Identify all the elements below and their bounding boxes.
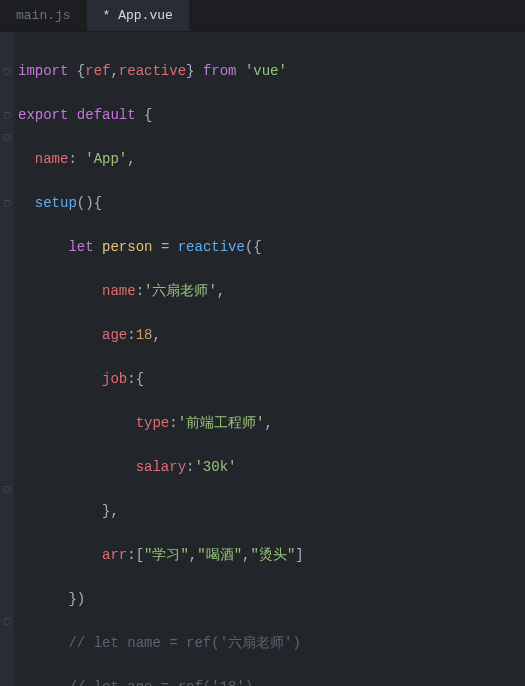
fold-marker[interactable]: ▢ xyxy=(0,60,14,82)
tab-main-js[interactable]: main.js xyxy=(0,0,87,31)
fold-marker[interactable]: ▢ xyxy=(0,478,14,500)
code-area[interactable]: import {ref,reactive} from 'vue' export … xyxy=(14,32,525,686)
fold-marker[interactable]: ▢ xyxy=(0,126,14,148)
fold-marker[interactable]: ▢ xyxy=(0,192,14,214)
tab-app-vue[interactable]: * App.vue xyxy=(87,0,189,31)
editor: ▢ ▢ ▢ ▢ ▢ ▢ import {ref,reactive} from '… xyxy=(0,32,525,686)
tab-bar: main.js * App.vue xyxy=(0,0,525,32)
fold-gutter: ▢ ▢ ▢ ▢ ▢ ▢ xyxy=(0,32,14,686)
fold-marker[interactable]: ▢ xyxy=(0,104,14,126)
fold-marker[interactable]: ▢ xyxy=(0,610,14,632)
